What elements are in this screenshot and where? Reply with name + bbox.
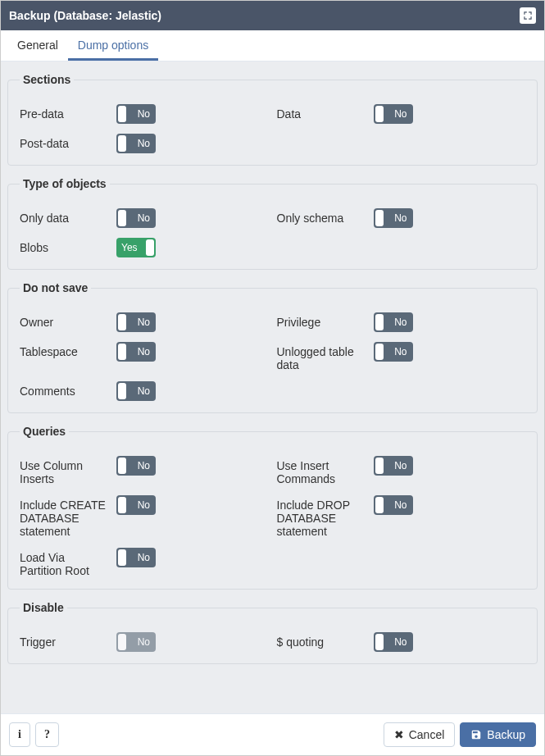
label-owner: Owner <box>20 312 110 329</box>
group-type-of-objects: Type of objects Only data No Only schema… <box>7 177 538 270</box>
cancel-button[interactable]: ✖ Cancel <box>384 722 456 747</box>
label-tablespace: Tablespace <box>20 342 110 358</box>
toggle-data[interactable]: No <box>374 104 413 124</box>
tab-general[interactable]: General <box>7 30 68 61</box>
help-icon: ? <box>44 728 50 741</box>
legend-queries: Queries <box>20 425 69 438</box>
label-privilege: Privilege <box>277 312 367 329</box>
toggle-dollar-quoting[interactable]: No <box>374 632 413 652</box>
toggle-pre-data[interactable]: No <box>116 104 156 124</box>
tab-dump-options[interactable]: Dump options <box>68 30 158 61</box>
toggle-post-data[interactable]: No <box>116 134 156 153</box>
toggle-trigger: No <box>116 632 156 652</box>
toggle-use-insert-commands[interactable]: No <box>374 456 413 476</box>
legend-disable: Disable <box>20 601 67 614</box>
label-trigger: Trigger <box>20 632 110 649</box>
toggle-unlogged[interactable]: No <box>374 342 413 362</box>
toggle-include-drop[interactable]: No <box>374 495 413 515</box>
dialog-title: Backup (Database: Jelastic) <box>9 9 520 22</box>
label-blobs: Blobs <box>20 238 110 254</box>
label-use-column-inserts: Use Column Inserts <box>20 456 110 485</box>
label-only-data: Only data <box>20 208 110 225</box>
legend-do-not-save: Do not save <box>20 281 91 294</box>
label-include-drop: Include DROP DATABASE statement <box>277 495 367 538</box>
save-icon <box>470 729 482 740</box>
group-sections: Sections Pre-data No Data No Post-data N… <box>7 73 538 166</box>
label-load-via-partition-root: Load Via Partition Root <box>20 548 110 577</box>
toggle-comments[interactable]: No <box>116 381 156 401</box>
maximize-icon[interactable] <box>520 7 536 24</box>
help-button[interactable]: ? <box>35 722 59 747</box>
cancel-label: Cancel <box>409 728 445 741</box>
toggle-only-data[interactable]: No <box>116 208 156 228</box>
label-use-insert-commands: Use Insert Commands <box>277 456 367 485</box>
info-button[interactable]: i <box>9 722 30 747</box>
tab-bar: General Dump options <box>1 30 544 61</box>
toggle-privilege[interactable]: No <box>374 312 413 332</box>
backup-dialog: Backup (Database: Jelastic) General Dump… <box>0 0 545 756</box>
group-queries: Queries Use Column Inserts No Use Insert… <box>7 425 538 590</box>
label-include-create: Include CREATE DATABASE statement <box>20 495 110 538</box>
label-pre-data: Pre-data <box>20 104 110 121</box>
label-dollar-quoting: $ quoting <box>277 632 367 649</box>
backup-label: Backup <box>487 728 525 741</box>
group-do-not-save: Do not save Owner No Privilege No Tables… <box>7 281 538 413</box>
dialog-footer: i ? ✖ Cancel Backup <box>1 713 544 755</box>
toggle-blobs[interactable]: Yes <box>116 238 156 257</box>
label-unlogged: Unlogged table data <box>277 342 367 371</box>
dialog-content[interactable]: Sections Pre-data No Data No Post-data N… <box>1 61 544 713</box>
legend-type-of-objects: Type of objects <box>20 177 110 190</box>
legend-sections: Sections <box>20 73 74 86</box>
toggle-use-column-inserts[interactable]: No <box>116 456 156 476</box>
label-only-schema: Only schema <box>277 208 367 225</box>
toggle-owner[interactable]: No <box>116 312 156 332</box>
toggle-load-via-partition-root[interactable]: No <box>116 548 156 567</box>
close-icon: ✖ <box>394 729 404 740</box>
label-post-data: Post-data <box>20 134 110 150</box>
dialog-header: Backup (Database: Jelastic) <box>1 1 544 30</box>
label-comments: Comments <box>20 381 110 398</box>
group-disable: Disable Trigger No $ quoting No <box>7 601 538 664</box>
backup-button[interactable]: Backup <box>460 722 536 747</box>
toggle-include-create[interactable]: No <box>116 495 156 515</box>
label-data: Data <box>277 104 367 121</box>
toggle-only-schema[interactable]: No <box>374 208 413 228</box>
toggle-tablespace[interactable]: No <box>116 342 156 362</box>
info-icon: i <box>18 728 21 741</box>
